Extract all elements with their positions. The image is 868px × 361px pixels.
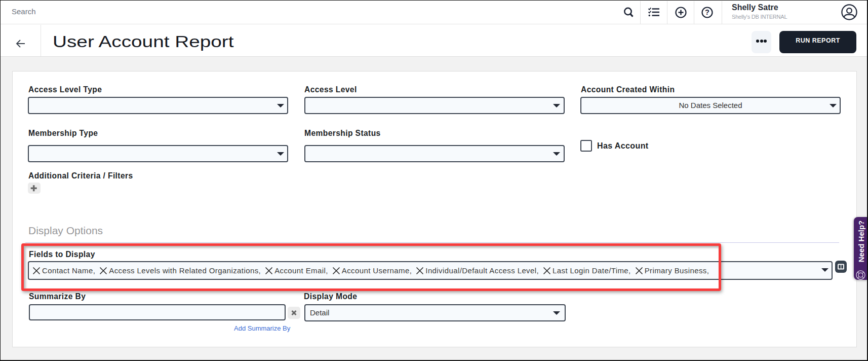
svg-text:?: ? xyxy=(705,8,709,16)
